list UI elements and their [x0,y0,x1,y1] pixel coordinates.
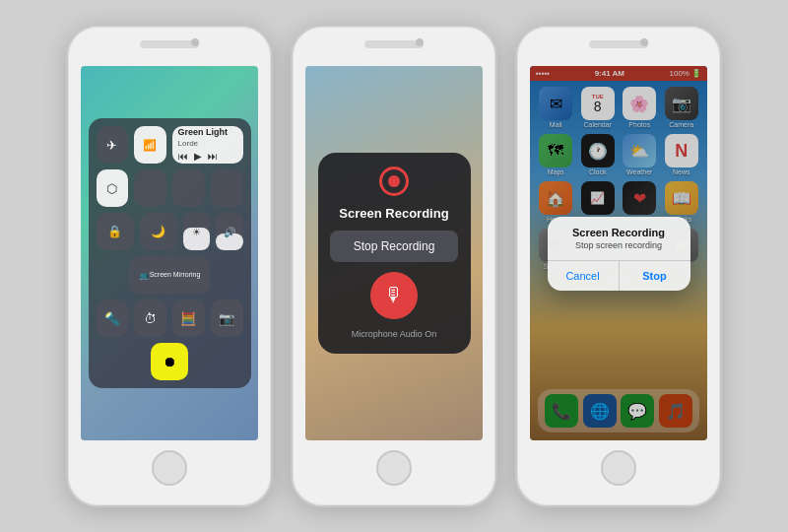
cc-row-3: 🔒 🌙 ☀ 🔊 [97,213,243,250]
camera-btn[interactable]: 📷 [211,299,243,337]
bluetooth-btn[interactable]: ⬡ [97,169,129,207]
iphone-3: ▪▪▪▪▪ 9:41 AM 100% 🔋 ✉ Mail TUE 8 [515,25,722,507]
screen-record-btn[interactable]: ⏺ [151,343,188,380]
alert-cancel-btn[interactable]: Cancel [548,261,619,291]
cc-row-6: ⏺ [97,343,243,380]
unused-btn [134,169,166,207]
wifi-btn[interactable]: 📶 [134,126,166,164]
mic-btn[interactable]: 🎙 [370,272,418,319]
cc-row-1: ✈ 📶 Green Light Lorde ⏮▶⏭ [97,126,243,164]
home-button-1[interactable] [152,450,187,486]
iphone-1: ✈ 📶 Green Light Lorde ⏮▶⏭ ⬡ [66,25,273,507]
flashlight-btn[interactable]: 🔦 [97,299,129,337]
volume-slider[interactable]: 🔊 [216,213,243,250]
brightness-slider[interactable]: ☀ [183,213,211,250]
now-playing-widget: Green Light Lorde ⏮▶⏭ [172,126,243,164]
timer-btn[interactable]: ⏱ [134,299,166,337]
recording-ring [379,166,409,196]
recording-title: Screen Recording [339,206,448,221]
stop-recording-btn[interactable]: Stop Recording [330,231,458,262]
phone3-screen: ▪▪▪▪▪ 9:41 AM 100% 🔋 ✉ Mail TUE 8 [530,66,707,440]
phone2-recording: Screen Recording Stop Recording 🎙 Microp… [305,66,483,440]
recording-dot [388,175,400,187]
unused-btn2 [172,169,205,207]
home-button-2[interactable] [376,450,412,486]
rotation-lock-btn[interactable]: 🔒 [97,213,134,250]
alert-title: Screen Recording [548,217,690,240]
unused-btn3 [211,169,243,207]
screen-mirror-btn[interactable]: 📺 Screen Mirroring [129,256,210,294]
song-title: Green Light [178,127,229,138]
phone1-screen: ✈ 📶 Green Light Lorde ⏮▶⏭ ⬡ [81,66,258,440]
calculator-btn[interactable]: 🧮 [172,299,205,337]
iphone-2: Screen Recording Stop Recording 🎙 Microp… [291,25,497,507]
home-button-3[interactable] [601,450,636,486]
control-center-panel: ✈ 📶 Green Light Lorde ⏮▶⏭ ⬡ [89,118,251,388]
alert-buttons: Cancel Stop [548,261,690,291]
cc-row-2: ⬡ [97,169,243,207]
screen-mirror-label: Screen Mirroring [150,271,201,279]
phone2-screen: Screen Recording Stop Recording 🎙 Microp… [305,66,483,440]
airplane-mode-btn[interactable]: ✈ [97,126,129,164]
song-artist: Lorde [178,139,198,149]
phone1-control-center: ✈ 📶 Green Light Lorde ⏮▶⏭ ⬡ [81,66,258,440]
phone3-homescreen: ▪▪▪▪▪ 9:41 AM 100% 🔋 ✉ Mail TUE 8 [530,66,707,440]
cc-row-4: 📺 Screen Mirroring [97,256,243,294]
cc-row-5: 🔦 ⏱ 🧮 📷 [97,299,243,337]
mic-label: Microphone Audio On [352,329,437,341]
alert-stop-btn[interactable]: Stop [620,261,690,291]
do-not-disturb-btn[interactable]: 🌙 [140,213,177,250]
screen-recording-alert: Screen Recording Stop screen recording C… [548,217,690,291]
recording-popup: Screen Recording Stop Recording 🎙 Microp… [318,153,471,355]
alert-overlay: Screen Recording Stop screen recording C… [530,66,707,440]
alert-message: Stop screen recording [548,240,690,260]
